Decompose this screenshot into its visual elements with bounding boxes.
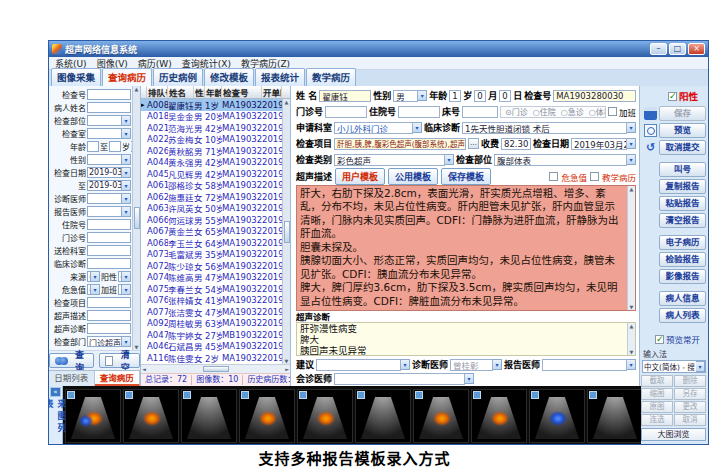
minimize-button[interactable]: –: [650, 43, 667, 55]
select-value[interactable]: [87, 206, 122, 217]
exam-date-picker[interactable]: 2019年03月28日 ▾: [571, 138, 636, 150]
column-header[interactable]: 开单时: [262, 86, 282, 98]
search-scrollbar[interactable]: ▲ ▼: [132, 86, 140, 350]
browse-button[interactable]: …: [468, 138, 479, 149]
mini-tool-button[interactable]: 缩图: [641, 388, 673, 400]
mini-tool-button[interactable]: 删除: [674, 375, 706, 387]
consult-doctor-select[interactable]: ▾: [334, 373, 474, 385]
mini-tool-button[interactable]: 取消: [674, 414, 706, 426]
ultrasound-thumbnail[interactable]: [413, 389, 469, 443]
lab-report-button[interactable]: 检验报告: [659, 252, 706, 267]
worklist-row[interactable]: A026黄秋酩男71岁MA19032802019-0: [141, 145, 282, 157]
overtime-checkbox[interactable]: [608, 107, 617, 116]
description-textarea[interactable]: 肝大，右肋下探及2.8cm，表面光滑，肝实质光点增粗、增多、紊乱，分布不均，未见…: [296, 185, 636, 311]
worklist-row[interactable]: A046石斌昌男45岁MA19032802019-0: [141, 341, 282, 353]
select-value[interactable]: 门诊超声: [87, 336, 122, 347]
advice-select[interactable]: ▾: [316, 359, 410, 371]
chevron-down-icon[interactable]: ▾: [122, 115, 131, 126]
tab-date-list[interactable]: 日期列表: [49, 371, 95, 386]
ultrasound-thumbnail[interactable]: [529, 389, 585, 443]
save-template-button[interactable]: 保存模板: [441, 168, 491, 185]
mini-tool-button[interactable]: 更改: [674, 401, 706, 413]
public-template-button[interactable]: 公用模板: [388, 168, 438, 185]
select-value[interactable]: [87, 115, 122, 126]
age-from-input[interactable]: [87, 141, 99, 152]
worklist-row[interactable]: ▸A008翟康钰男1岁MA1903282019-0: [141, 99, 282, 111]
column-header[interactable]: 年龄: [205, 86, 222, 98]
worklist-row[interactable]: A077张洁雯女47岁MA19032802019-0: [141, 306, 282, 318]
positive-checkbox[interactable]: [668, 92, 677, 101]
ultrasound-thumbnail[interactable]: [239, 389, 295, 443]
teaching-case-checkbox[interactable]: [590, 172, 599, 181]
text-input[interactable]: [87, 89, 131, 100]
outpatient-no-input[interactable]: [325, 106, 367, 118]
patient-info-button[interactable]: 病人信息: [659, 291, 706, 306]
inpatient-no-input[interactable]: [398, 106, 440, 118]
save-button[interactable]: 保存: [659, 106, 706, 121]
main-tab-3[interactable]: 历史病例: [153, 68, 203, 86]
fee-input[interactable]: 82.30: [501, 138, 531, 150]
chevron-down-icon[interactable]: ▾: [122, 206, 131, 217]
chevron-down-icon[interactable]: ▾: [91, 284, 100, 295]
mini-tool-button[interactable]: 另存: [674, 388, 706, 400]
worklist-row[interactable]: A022苏金梅女10岁MA19032802019-0: [141, 134, 282, 146]
main-tab-6[interactable]: 教学病历: [306, 68, 356, 86]
worklist-row[interactable]: A044黄永强男42岁MA19032802019-0: [141, 157, 282, 169]
date-input[interactable]: 2019-03-28: [87, 167, 122, 178]
description-scrollbar[interactable]: ▲ ▼: [627, 186, 635, 310]
worklist-row[interactable]: A073毛富斌男35岁MA19032802019-0: [141, 249, 282, 261]
visit-type-radio[interactable]: ⊙门诊: [505, 106, 528, 117]
text-input[interactable]: [87, 297, 131, 308]
big-view-button[interactable]: 大图浏览: [641, 428, 706, 441]
calendar-icon[interactable]: ▾: [122, 180, 131, 191]
clinical-dx-select[interactable]: 1先天性胆道闭锁 术后 ▾: [462, 122, 636, 134]
ultrasound-thumbnail[interactable]: [123, 389, 179, 443]
user-template-button[interactable]: 用户模板: [335, 168, 385, 185]
ultrasound-thumbnail[interactable]: [297, 389, 353, 443]
clear-report-button[interactable]: 清空报告: [659, 213, 706, 228]
worklist-row[interactable]: A063许凤英女50岁MA19032802019-0: [141, 203, 282, 215]
worklist-row[interactable]: A075李春兰女54岁MA19032802019-0: [141, 283, 282, 295]
age-month-input[interactable]: 0: [474, 90, 486, 102]
critical-value-checkbox[interactable]: [549, 172, 558, 181]
chevron-down-icon[interactable]: ▾: [122, 271, 131, 282]
scroll-up-icon[interactable]: ▲: [135, 86, 139, 92]
request-dept-select[interactable]: 小儿外科门诊 ▾: [334, 122, 422, 134]
paste-report-button[interactable]: 粘贴报告: [659, 196, 706, 211]
scroll-right-icon[interactable]: ►: [285, 366, 289, 372]
tab-query-records[interactable]: 查询病历: [95, 371, 141, 386]
text-input[interactable]: [87, 232, 131, 243]
age-to-input[interactable]: [109, 141, 121, 152]
column-header[interactable]: 姓名: [168, 86, 194, 98]
scroll-down-icon[interactable]: ▼: [630, 304, 634, 310]
ime-select[interactable]: 中文(简体) - 搜 ▾: [642, 360, 706, 373]
scroll-up-icon[interactable]: ▲: [630, 323, 634, 329]
scrollbar-thumb[interactable]: [203, 366, 229, 372]
column-header[interactable]: 检查号: [222, 86, 262, 98]
worklist-row[interactable]: A021范海光男42岁MA19032802019-0: [141, 122, 282, 134]
visit-type-radio[interactable]: ○急诊: [561, 106, 584, 117]
collapse-button[interactable]: «: [50, 387, 61, 397]
worklist-row[interactable]: A018吴金金男20岁MA19032802019-0: [141, 111, 282, 123]
chevron-down-icon[interactable]: ▾: [122, 284, 131, 295]
cancel-submit-button[interactable]: 取消提交: [659, 140, 706, 155]
column-header[interactable]: 排队号: [147, 86, 168, 98]
main-tab-2[interactable]: 查询病历: [102, 68, 152, 86]
gender-select[interactable]: 男 ▾: [393, 90, 427, 102]
date-input[interactable]: 2019-03-28: [87, 180, 122, 191]
visit-type-radio[interactable]: ○住院: [533, 106, 556, 117]
text-input[interactable]: [87, 245, 131, 256]
worklist-vscrollbar[interactable]: ▲ ▼: [282, 99, 290, 364]
chevron-down-icon[interactable]: ▾: [122, 154, 131, 165]
patient-list-button[interactable]: 病人列表: [659, 308, 706, 323]
scrollbar-thumb[interactable]: [134, 207, 140, 229]
exam-no-input[interactable]: MA1903280030: [553, 90, 636, 102]
ultrasound-thumbnail[interactable]: [587, 389, 641, 443]
call-number-button[interactable]: 叫号: [659, 162, 706, 177]
worklist-row[interactable]: A047陈宇婷女27岁MB19032802019-0: [141, 329, 282, 341]
imaging-report-button[interactable]: 影像报告: [659, 269, 706, 284]
age-day-input[interactable]: 0: [499, 90, 511, 102]
column-header[interactable]: 性别: [194, 86, 205, 98]
scroll-left-icon[interactable]: ◄: [142, 366, 146, 372]
worklist-row[interactable]: A067黄金兰女65岁MA19032802019-0: [141, 226, 282, 238]
